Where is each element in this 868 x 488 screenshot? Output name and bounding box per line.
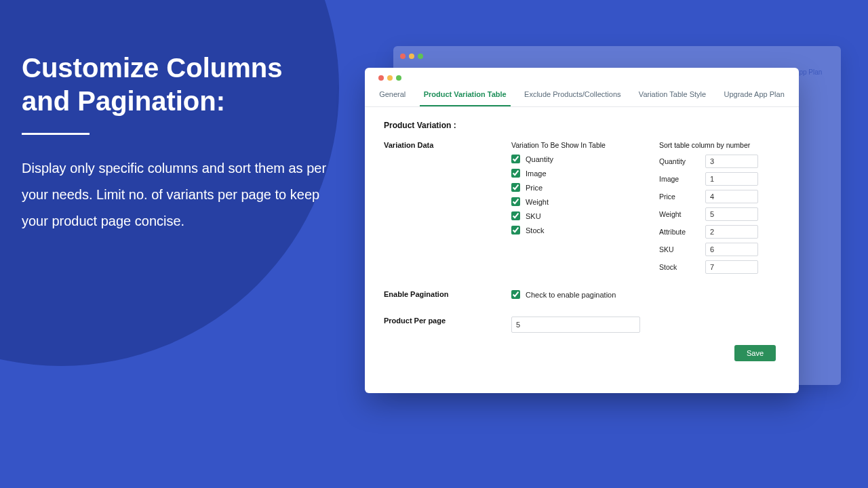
product-per-page-input[interactable]	[511, 317, 640, 333]
sort-input-sku[interactable]	[705, 243, 758, 256]
sort-label: Weight	[659, 210, 698, 218]
show-check-label: Price	[526, 184, 542, 192]
show-checkbox-quantity[interactable]	[511, 155, 520, 163]
show-check-stock[interactable]: Stock	[511, 226, 647, 235]
variation-data-label: Variation Data	[384, 141, 499, 278]
close-icon[interactable]	[378, 75, 384, 81]
expand-icon[interactable]	[396, 75, 401, 81]
promo-title: Customize Columns and Pagination:	[22, 52, 334, 118]
tab-upgrade-app-plan[interactable]: Upgrade App Plan	[719, 85, 788, 106]
show-checkbox-image[interactable]	[511, 169, 520, 178]
sort-label: Attribute	[659, 228, 698, 236]
show-check-quantity[interactable]: Quantity	[511, 155, 647, 163]
show-in-table-column: Variation To Be Show In Table QuantityIm…	[511, 141, 647, 278]
minimize-icon[interactable]	[387, 75, 393, 81]
foreground-window: GeneralProduct Variation TableExclude Pr…	[365, 68, 799, 393]
window-controls	[372, 73, 792, 81]
show-check-label: Image	[526, 169, 547, 178]
sort-row-stock: Stock	[659, 260, 780, 274]
close-icon	[400, 54, 406, 59]
promo-panel: Customize Columns and Pagination: Displa…	[22, 52, 334, 235]
sort-label: Quantity	[659, 157, 698, 165]
sort-input-image[interactable]	[705, 172, 758, 186]
variation-data-row: Variation Data Variation To Be Show In T…	[384, 141, 780, 278]
tab-variation-table-style[interactable]: Variation Table Style	[635, 85, 710, 106]
enable-pagination-checkbox[interactable]	[511, 290, 520, 299]
show-check-image[interactable]: Image	[511, 169, 647, 178]
sort-column: Sort table column by number QuantityImag…	[659, 141, 780, 278]
promo-description: Display only specific columns and sort t…	[22, 155, 334, 235]
sort-label: SKU	[659, 245, 698, 253]
sort-label: Image	[659, 175, 698, 183]
sort-label: Price	[659, 192, 698, 201]
show-check-label: Stock	[526, 226, 545, 235]
enable-pagination-check[interactable]: Check to enable pagination	[511, 290, 647, 299]
sort-input-stock[interactable]	[705, 260, 758, 274]
minimize-icon	[409, 54, 414, 59]
enable-pagination-text: Check to enable pagination	[526, 291, 616, 299]
show-checkbox-weight[interactable]	[511, 197, 520, 206]
sort-input-price[interactable]	[705, 190, 758, 203]
divider	[22, 133, 90, 135]
sort-input-attribute[interactable]	[705, 225, 758, 239]
enable-pagination-row: Enable Pagination Check to enable pagina…	[384, 290, 780, 304]
show-check-label: Weight	[526, 198, 549, 206]
tab-general[interactable]: General	[375, 85, 410, 106]
show-checkbox-stock[interactable]	[511, 226, 520, 235]
settings-content: Product Variation : Variation Data Varia…	[365, 107, 799, 371]
show-check-weight[interactable]: Weight	[511, 197, 647, 206]
show-checkbox-price[interactable]	[511, 183, 520, 192]
show-check-sku[interactable]: SKU	[511, 211, 647, 220]
show-check-price[interactable]: Price	[511, 183, 647, 192]
sort-input-weight[interactable]	[705, 207, 758, 221]
sort-input-quantity[interactable]	[705, 155, 758, 168]
enable-pagination-label: Enable Pagination	[384, 290, 499, 304]
show-checkbox-sku[interactable]	[511, 211, 520, 220]
window-controls-back	[393, 52, 841, 59]
tab-exclude-products-collections[interactable]: Exclude Products/Collections	[520, 85, 625, 106]
sort-label: Stock	[659, 263, 698, 271]
show-check-label: Quantity	[526, 155, 553, 163]
product-per-page-label: Product Per page	[384, 317, 499, 333]
sort-row-quantity: Quantity	[659, 155, 780, 168]
show-in-table-heading: Variation To Be Show In Table	[511, 141, 647, 149]
section-title: Product Variation :	[384, 121, 780, 130]
sort-heading: Sort table column by number	[659, 141, 780, 149]
sort-row-sku: SKU	[659, 243, 780, 256]
sort-row-price: Price	[659, 190, 780, 203]
tab-product-variation-table[interactable]: Product Variation Table	[420, 85, 511, 106]
expand-icon	[418, 54, 423, 59]
sort-row-image: Image	[659, 172, 780, 186]
show-check-label: SKU	[526, 212, 541, 220]
sort-row-weight: Weight	[659, 207, 780, 221]
product-per-page-row: Product Per page	[384, 317, 780, 333]
tabs: GeneralProduct Variation TableExclude Pr…	[365, 81, 799, 107]
save-button[interactable]: Save	[734, 345, 776, 361]
sort-row-attribute: Attribute	[659, 225, 780, 239]
